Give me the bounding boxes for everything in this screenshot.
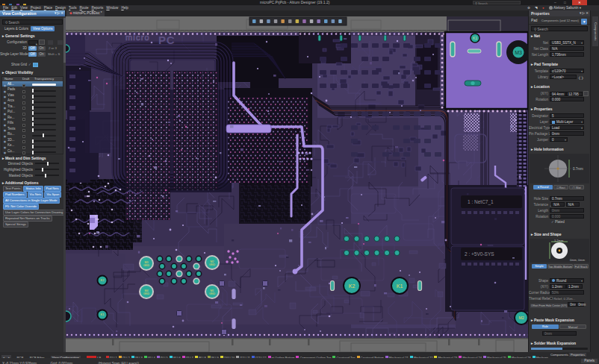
svg-text:GND: GND [209,263,215,266]
svg-text:K2: K2 [349,283,356,289]
svg-text:micro: micro [125,33,150,42]
svg-text:1 : NetC7_1: 1 : NetC7_1 [468,199,494,205]
svg-text:K2: K2 [101,278,105,282]
svg-text:0.7mm: 0.7mm [573,167,583,171]
svg-text:0mm, 0mm: 0mm, 0mm [570,258,586,262]
svg-text:1.2mm: 1.2mm [554,239,564,242]
svg-text:K1: K1 [473,36,477,40]
svg-text:M3: M3 [515,50,522,55]
svg-text:GND: GND [143,292,149,295]
svg-text:2 : +5V0-SYS: 2 : +5V0-SYS [465,251,494,257]
svg-text:K1: K1 [397,283,403,289]
svg-text:GND: GND [209,292,215,295]
svg-text:M2: M2 [519,316,524,320]
svg-text:GND: GND [143,264,149,267]
svg-text:K1: K1 [101,313,105,316]
svg-text:PC: PC [158,34,175,46]
